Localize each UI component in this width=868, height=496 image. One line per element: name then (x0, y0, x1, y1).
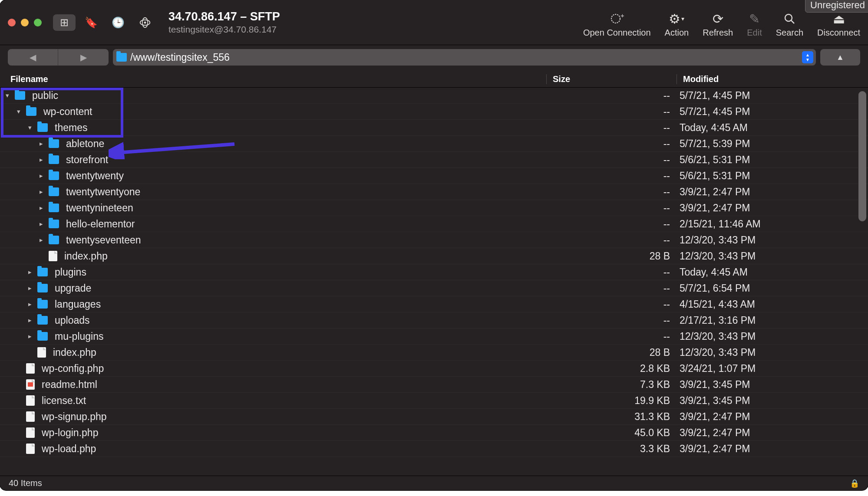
file-row[interactable]: ▸uploads--2/17/21, 3:16 PM (0, 312, 868, 328)
file-modified: 3/9/21, 2:47 PM (680, 443, 849, 455)
open-connection-button[interactable]: + Open Connection (583, 11, 651, 38)
file-name: readme.html (42, 379, 97, 391)
file-name: upgrade (55, 282, 91, 294)
refresh-button[interactable]: ⟳ Refresh (703, 11, 733, 38)
file-modified: 5/7/21, 4:45 PM (680, 106, 849, 118)
file-size: -- (549, 202, 680, 214)
file-modified: 3/24/21, 1:07 PM (680, 363, 849, 374)
file-size: -- (549, 218, 680, 230)
col-size[interactable]: Size (547, 74, 677, 84)
file-row[interactable]: ▸plugins--Today, 4:45 AM (0, 264, 868, 280)
bonjour-button[interactable] (134, 14, 156, 31)
folder-icon (49, 204, 59, 212)
file-row[interactable]: wp-config.php2.8 KB3/24/21, 1:07 PM (0, 361, 868, 377)
chevron-right-icon[interactable]: ▸ (37, 140, 45, 148)
open-connection-label: Open Connection (583, 28, 651, 38)
file-size: -- (549, 266, 680, 278)
file-row[interactable]: ▾wp-content--5/7/21, 4:45 PM (0, 104, 868, 120)
edit-button[interactable]: ✎ Edit (747, 11, 762, 38)
view-columns-button[interactable]: ⊞ (53, 14, 76, 31)
file-row[interactable]: ▸upgrade--5/7/21, 6:54 PM (0, 280, 868, 296)
file-size: -- (549, 299, 680, 310)
folder-icon (49, 220, 59, 228)
eject-icon: ⏏ (833, 11, 845, 26)
pencil-icon: ✎ (749, 11, 760, 26)
folder-icon (116, 53, 127, 62)
chevron-right-icon[interactable]: ▸ (37, 188, 45, 196)
file-modified: 4/15/21, 4:43 AM (680, 299, 849, 310)
file-name: wp-login.php (42, 427, 98, 439)
file-size: 31.3 KB (549, 411, 680, 423)
file-size: -- (549, 315, 680, 326)
file-row[interactable]: ▸hello-elementor--2/15/21, 11:46 AM (0, 216, 868, 232)
zoom-window-button[interactable] (34, 19, 42, 26)
action-button[interactable]: ⚙︎▾ Action (665, 11, 689, 38)
file-row[interactable]: index.php28 B12/3/20, 3:43 PM (0, 345, 868, 361)
disconnect-button[interactable]: ⏏ Disconnect (817, 11, 860, 38)
file-row[interactable]: wp-signup.php31.3 KB3/9/21, 2:47 PM (0, 409, 868, 425)
file-row[interactable]: readme.html7.3 KB3/9/21, 3:45 PM (0, 377, 868, 393)
folder-icon (49, 155, 59, 164)
chevron-right-icon[interactable]: ▸ (26, 332, 34, 340)
file-row[interactable]: ▾themes--Today, 4:45 AM (0, 120, 868, 136)
file-row[interactable]: wp-login.php45.0 KB3/9/21, 2:47 PM (0, 425, 868, 441)
folder-icon (15, 91, 25, 100)
file-size: -- (549, 138, 680, 150)
file-icon (26, 427, 35, 438)
chevron-right-icon[interactable]: ▸ (37, 156, 45, 164)
path-dropdown-button[interactable]: ▲▼ (802, 51, 813, 63)
file-row[interactable]: ▸twentytwentyone--3/9/21, 2:47 PM (0, 184, 868, 200)
folder-icon (26, 107, 36, 116)
svg-text:+: + (620, 12, 624, 19)
chevron-down-icon[interactable]: ▾ (15, 108, 23, 115)
file-row[interactable]: ▸abletone--5/7/21, 5:39 PM (0, 136, 868, 152)
file-row[interactable]: index.php28 B12/3/20, 3:43 PM (0, 248, 868, 264)
close-window-button[interactable] (8, 19, 16, 26)
file-row[interactable]: ▸mu-plugins--12/3/20, 3:43 PM (0, 328, 868, 345)
chevron-right-icon[interactable]: ▸ (26, 300, 34, 308)
chevron-right-icon[interactable]: ▸ (37, 236, 45, 244)
minimize-window-button[interactable] (21, 19, 29, 26)
chevron-right-icon[interactable]: ▸ (37, 220, 45, 228)
search-button[interactable]: Search (776, 11, 803, 38)
col-modified[interactable]: Modified (677, 74, 859, 84)
scrollbar-thumb[interactable] (858, 91, 866, 221)
go-up-button[interactable]: ▲ (820, 49, 860, 66)
file-modified: 5/6/21, 5:31 PM (680, 170, 849, 182)
chevron-down-icon[interactable]: ▾ (3, 92, 11, 99)
file-list[interactable]: ▾public--5/7/21, 4:45 PM▾wp-content--5/7… (0, 88, 868, 476)
file-row[interactable]: license.txt19.9 KB3/9/21, 3:45 PM (0, 393, 868, 409)
file-name: uploads (55, 315, 90, 326)
file-name: themes (55, 122, 87, 134)
file-row[interactable]: ▸languages--4/15/21, 4:43 AM (0, 296, 868, 312)
file-row[interactable]: ▸twentytwenty--5/6/21, 5:31 PM (0, 168, 868, 184)
col-filename[interactable]: Filename (0, 74, 547, 84)
bonjour-icon (139, 16, 152, 29)
chevron-right-icon[interactable]: ▸ (37, 172, 45, 180)
chevron-right-icon[interactable]: ▸ (26, 268, 34, 276)
file-modified: 3/9/21, 2:47 PM (680, 411, 849, 423)
nav-back-button[interactable]: ◀ (8, 49, 58, 66)
nav-forward-button[interactable]: ▶ (58, 49, 109, 66)
file-row[interactable]: ▸storefront--5/6/21, 5:31 PM (0, 152, 868, 168)
file-row[interactable]: ▸twentyseventeen--12/3/20, 3:43 PM (0, 232, 868, 248)
window-title: 34.70.86.147 – SFTP testingsitex@34.70.8… (168, 10, 280, 35)
file-row[interactable]: wp-load.php3.3 KB3/9/21, 2:47 PM (0, 441, 868, 457)
file-modified: 3/9/21, 2:47 PM (680, 186, 849, 198)
file-name: license.txt (42, 395, 86, 407)
columns-icon: ⊞ (60, 16, 69, 29)
chevron-down-icon[interactable]: ▾ (26, 124, 34, 131)
history-button[interactable]: 🕒 (107, 14, 129, 31)
folder-icon (37, 123, 48, 132)
file-size: 2.8 KB (549, 363, 680, 374)
file-size: 19.9 KB (549, 395, 680, 407)
path-field[interactable]: /www/testingsitex_556 ▲▼ (113, 49, 816, 66)
chevron-right-icon[interactable]: ▸ (26, 284, 34, 292)
file-size: 7.3 KB (549, 379, 680, 391)
folder-icon (49, 236, 59, 244)
bookmarks-button[interactable]: 🔖 (80, 14, 102, 31)
file-row[interactable]: ▸twentynineteen--3/9/21, 2:47 PM (0, 200, 868, 216)
chevron-right-icon[interactable]: ▸ (26, 316, 34, 324)
chevron-right-icon[interactable]: ▸ (37, 204, 45, 212)
file-row[interactable]: ▾public--5/7/21, 4:45 PM (0, 88, 868, 104)
